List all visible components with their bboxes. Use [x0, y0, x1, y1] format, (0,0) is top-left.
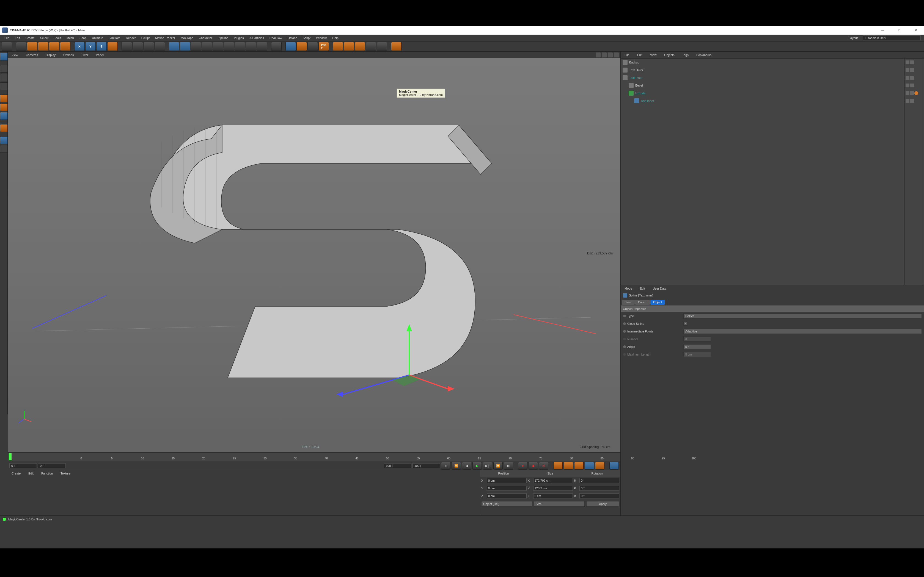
vp-menu-view[interactable]: View — [8, 53, 22, 56]
make-editable-button[interactable] — [0, 53, 8, 60]
plugin-button-2[interactable] — [286, 42, 296, 51]
om-menu-edit[interactable]: Edit — [633, 53, 646, 56]
coord-system-button[interactable] — [107, 42, 118, 51]
workplane-mode-button[interactable] — [0, 82, 8, 90]
vp-menu-display[interactable]: Display — [42, 53, 60, 56]
live-select-button[interactable] — [16, 42, 26, 51]
render-pv-button[interactable] — [144, 42, 154, 51]
tab-object[interactable]: Object — [650, 300, 665, 305]
menu-mesh[interactable]: Mesh — [64, 36, 77, 40]
viewport-canvas[interactable]: Dist : 213.539 cm Grid Spacing : 50 cm F… — [8, 58, 620, 452]
menu-edit[interactable]: Edit — [12, 36, 23, 40]
key-param-button[interactable] — [585, 462, 594, 469]
window-minimize-button[interactable]: — — [874, 26, 891, 35]
plugin-button-1[interactable] — [271, 42, 282, 51]
om-menu-view[interactable]: View — [646, 53, 661, 56]
autokey-button[interactable]: ◉ — [528, 462, 538, 469]
add-spline-button[interactable] — [180, 42, 190, 51]
model-mode-button[interactable] — [0, 65, 8, 73]
menu-pipeline[interactable]: Pipeline — [215, 36, 231, 40]
coord-pos-x[interactable]: 0 cm — [487, 478, 527, 483]
menu-select[interactable]: Select — [37, 36, 52, 40]
goto-start-button[interactable]: ⏮ — [441, 462, 451, 469]
tab-coord[interactable]: Coord. — [635, 300, 650, 305]
menu-animate[interactable]: Animate — [89, 36, 106, 40]
am-menu-mode[interactable]: Mode — [621, 287, 636, 290]
menu-simulate[interactable]: Simulate — [106, 36, 123, 40]
move-tool-button[interactable] — [27, 42, 37, 51]
mat-menu-create[interactable]: Create — [8, 472, 24, 475]
key-rot-button[interactable] — [574, 462, 583, 469]
coord-rot-p[interactable]: 0 ° — [580, 486, 619, 491]
vp-nav-toggle-icon[interactable] — [614, 53, 619, 57]
add-camera-button[interactable] — [235, 42, 245, 51]
texture-mode-button[interactable] — [0, 74, 8, 81]
menu-character[interactable]: Character — [196, 36, 215, 40]
menu-window[interactable]: Window — [313, 36, 330, 40]
visibility-toggle[interactable] — [906, 84, 909, 87]
mat-menu-edit[interactable]: Edit — [24, 472, 37, 475]
vp-nav-orbit-icon[interactable] — [608, 53, 613, 57]
key-pos-button[interactable] — [553, 462, 563, 469]
render-toggle[interactable] — [910, 60, 914, 64]
coord-pos-z[interactable]: 0 cm — [487, 493, 527, 498]
render-toggle[interactable] — [910, 84, 914, 87]
param-knob[interactable] — [623, 330, 626, 333]
align-button-3[interactable] — [355, 42, 365, 51]
add-generator-button[interactable] — [202, 42, 212, 51]
add-deformer-button[interactable] — [213, 42, 223, 51]
visibility-toggle[interactable] — [906, 76, 909, 80]
add-light-button[interactable] — [246, 42, 256, 51]
edge-mode-button[interactable] — [0, 103, 8, 111]
align-button-2[interactable] — [344, 42, 354, 51]
key-scale-button[interactable] — [564, 462, 573, 469]
add-scene-button[interactable] — [257, 42, 267, 51]
material-manager[interactable]: Create Edit Function Texture — [8, 470, 480, 516]
render-toggle[interactable] — [910, 68, 914, 72]
visibility-toggle[interactable] — [906, 60, 909, 64]
menu-help[interactable]: Help — [330, 36, 341, 40]
coord-rot-h[interactable]: 0 ° — [580, 478, 619, 483]
octane-button[interactable] — [391, 42, 402, 51]
toolbar-button-grey1[interactable] — [366, 42, 376, 51]
goto-nextkey-button[interactable]: ⏩ — [493, 462, 503, 469]
coord-apply-button[interactable]: Apply — [586, 501, 619, 507]
menu-plugins[interactable]: Plugins — [231, 36, 246, 40]
layout-dropdown[interactable]: Tutorials (User) — [863, 35, 921, 40]
visibility-toggle[interactable] — [906, 68, 909, 72]
menu-xparticles[interactable]: X-Particles — [247, 36, 267, 40]
goto-end-button[interactable]: ⏭ — [504, 462, 513, 469]
axis-mode-button[interactable] — [0, 124, 8, 132]
tab-basic[interactable]: Basic — [622, 300, 635, 305]
am-menu-edit[interactable]: Edit — [636, 287, 649, 290]
coord-mode-b-dropdown[interactable]: Size — [534, 501, 585, 507]
vp-nav-pan-icon[interactable] — [596, 53, 601, 57]
menu-sculpt[interactable]: Sculpt — [139, 36, 153, 40]
vp-menu-cameras[interactable]: Cameras — [22, 53, 42, 56]
polygon-mode-button[interactable] — [0, 112, 8, 120]
viewport-solo-button[interactable] — [0, 136, 8, 144]
vp-nav-zoom-icon[interactable] — [602, 53, 607, 57]
om-menu-tags[interactable]: Tags — [678, 53, 693, 56]
window-close-button[interactable]: ✕ — [908, 26, 924, 35]
menu-tools[interactable]: Tools — [51, 36, 64, 40]
timeline-ruler[interactable]: 0510152025303540455055606570758085909510… — [8, 453, 620, 461]
am-menu-userdata[interactable]: User Data — [649, 287, 670, 290]
vp-menu-panel[interactable]: Panel — [92, 53, 108, 56]
visibility-toggle[interactable] — [906, 91, 909, 95]
om-menu-objects[interactable]: Objects — [660, 53, 678, 56]
menu-realflow[interactable]: RealFlow — [267, 36, 285, 40]
psr-reset-button[interactable]: PSR0 — [318, 42, 329, 51]
visibility-toggle[interactable] — [906, 99, 909, 103]
snap-toggle-button[interactable] — [0, 145, 8, 153]
add-environment-button[interactable] — [224, 42, 234, 51]
coord-size-y[interactable]: 123.2 cm — [533, 486, 573, 491]
vp-menu-options[interactable]: Options — [60, 53, 78, 56]
y-axis-lock[interactable]: Y — [85, 42, 96, 51]
mat-menu-texture[interactable]: Texture — [57, 472, 74, 475]
phong-tag-icon[interactable] — [914, 91, 918, 95]
goto-prevkey-button[interactable]: ⏪ — [452, 462, 461, 469]
coord-size-z[interactable]: 0 cm — [533, 493, 573, 498]
toolbar-button-grey2[interactable] — [377, 42, 387, 51]
mat-menu-function[interactable]: Function — [37, 472, 57, 475]
